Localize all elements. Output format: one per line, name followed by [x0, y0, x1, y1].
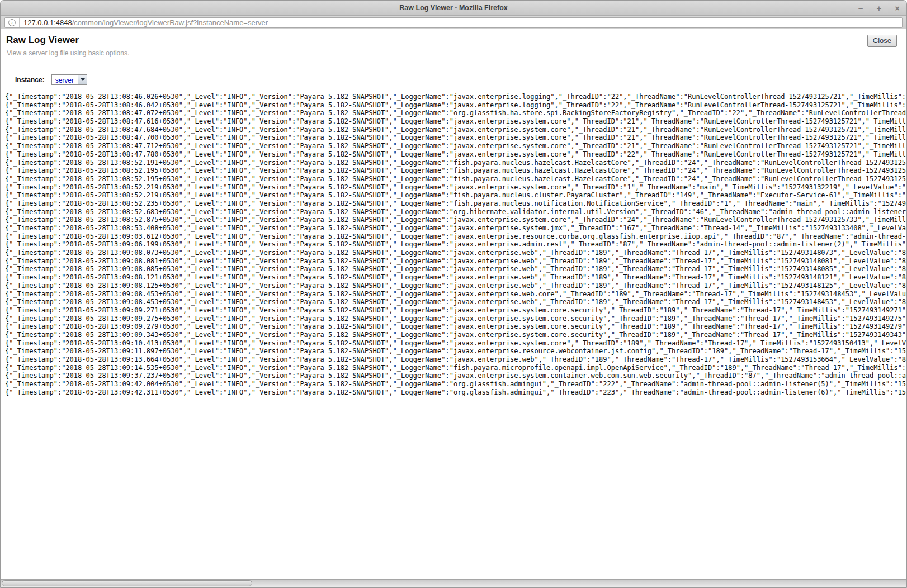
- url-domain: 127.0.0.1:4848: [23, 18, 72, 27]
- horizontal-scrollbar-thumb[interactable]: [2, 580, 252, 586]
- close-button[interactable]: Close: [867, 35, 897, 47]
- instance-select[interactable]: server: [51, 74, 87, 85]
- window-title: Raw Log Viewer - Mozilla Firefox: [399, 4, 508, 12]
- site-info-icon[interactable]: i: [8, 19, 16, 26]
- url-text: 127.0.0.1:4848/common/logViewer/logViewe…: [23, 18, 268, 27]
- instance-row: Instance: server: [15, 74, 87, 85]
- titlebar[interactable]: Raw Log Viewer - Mozilla Firefox − + ×: [1, 1, 906, 16]
- instance-label: Instance:: [15, 76, 45, 84]
- url-input[interactable]: i 127.0.0.1:4848/common/logViewer/logVie…: [4, 17, 903, 28]
- page-title: Raw Log Viewer: [6, 35, 79, 46]
- instance-selected-value: server: [52, 75, 78, 84]
- browser-window: Raw Log Viewer - Mozilla Firefox − + × i…: [0, 0, 907, 588]
- instance-dropdown-button[interactable]: [78, 75, 87, 84]
- chevron-down-icon: [81, 78, 85, 81]
- url-path: /common/logViewer/logViewerRaw.jsf?insta…: [72, 18, 268, 27]
- url-separator: [19, 18, 20, 27]
- minimize-icon[interactable]: −: [858, 4, 863, 12]
- window-controls: − + ×: [858, 1, 900, 16]
- close-window-icon[interactable]: ×: [895, 4, 900, 12]
- page-content: Raw Log Viewer View a server log file us…: [1, 30, 906, 579]
- maximize-icon[interactable]: +: [876, 4, 881, 12]
- page-subtitle: View a server log file using basic optio…: [7, 49, 129, 57]
- horizontal-scrollbar[interactable]: [1, 579, 906, 587]
- log-output: {"_Timestamp":"2018-05-28T13:08:46.026+0…: [1, 93, 906, 579]
- url-toolbar: i 127.0.0.1:4848/common/logViewer/logVie…: [1, 16, 906, 29]
